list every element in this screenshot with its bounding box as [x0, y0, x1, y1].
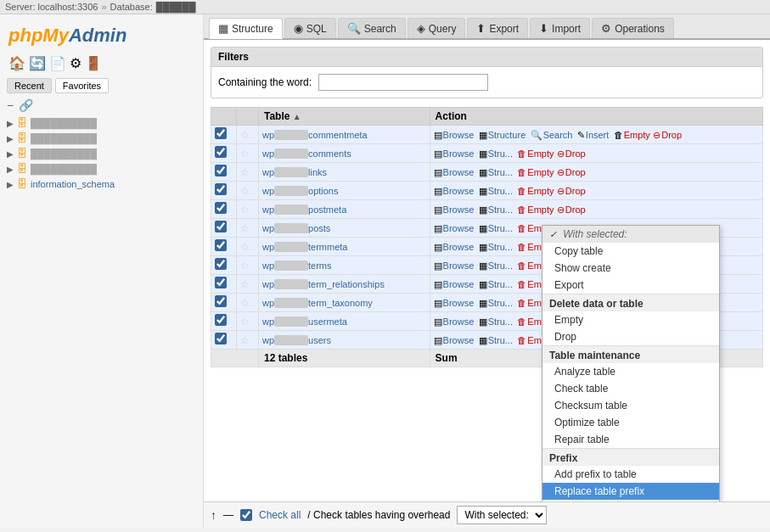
menu-export[interactable]: Export: [542, 277, 719, 294]
menu-add-prefix[interactable]: Add prefix to table: [542, 466, 719, 483]
tab-search[interactable]: 🔍 Search: [338, 18, 406, 38]
tab-favorites[interactable]: Favorites: [55, 78, 109, 93]
home-icon[interactable]: 🏠: [8, 55, 25, 71]
star-icon-3[interactable]: ☆: [240, 166, 250, 178]
db-item-1[interactable]: ▶ 🗄 ██████████: [0, 115, 203, 131]
db-item-5[interactable]: ▶ 🗄 information_schema: [0, 176, 203, 192]
row-checkbox-12[interactable]: [215, 333, 227, 344]
check-all-checkbox[interactable]: [240, 509, 252, 521]
row-checkbox-9[interactable]: [215, 277, 227, 288]
insert-link-1[interactable]: Insert: [586, 130, 610, 140]
star-icon-6[interactable]: ☆: [240, 222, 250, 234]
menu-check[interactable]: Check table: [542, 380, 719, 397]
with-selected-dropdown[interactable]: With selected:: [457, 506, 547, 524]
structure-link-10[interactable]: Stru...: [488, 298, 513, 308]
menu-copy-table[interactable]: Copy table: [542, 243, 719, 260]
drop-link-3[interactable]: Drop: [565, 167, 586, 177]
table-name-7[interactable]: wp███termmeta: [262, 242, 348, 252]
browse-link-10[interactable]: Browse: [443, 298, 475, 308]
table-name-12[interactable]: wp███users: [262, 335, 331, 345]
star-icon-1[interactable]: ☆: [240, 129, 250, 141]
table-name-5[interactable]: wp███postmeta: [262, 204, 346, 215]
star-icon-11[interactable]: ☆: [240, 316, 250, 328]
row-checkbox-10[interactable]: [215, 295, 227, 307]
star-icon-8[interactable]: ☆: [240, 260, 250, 272]
browse-link-4[interactable]: Browse: [443, 186, 475, 196]
doc-icon[interactable]: 📄: [49, 55, 66, 71]
tab-operations[interactable]: ⚙ Operations: [592, 18, 674, 38]
db-item-2[interactable]: ▶ 🗄 ██████████: [0, 131, 203, 146]
star-icon-7[interactable]: ☆: [240, 241, 250, 253]
drop-link-4[interactable]: Drop: [565, 186, 586, 196]
row-checkbox-6[interactable]: [215, 221, 227, 232]
drop-link-5[interactable]: Drop: [565, 204, 586, 215]
table-name-1[interactable]: wp███commentmeta: [262, 130, 368, 140]
browse-link-7[interactable]: Browse: [443, 242, 475, 252]
browse-link-6[interactable]: Browse: [443, 223, 475, 233]
structure-link-1[interactable]: Structure: [488, 130, 526, 140]
check-all-link[interactable]: Check all: [259, 509, 301, 521]
row-checkbox-5[interactable]: [215, 202, 227, 214]
star-icon-12[interactable]: ☆: [240, 334, 250, 346]
db-item-3[interactable]: ▶ 🗄 ██████████: [0, 146, 203, 161]
logout-icon[interactable]: 🚪: [85, 55, 102, 71]
star-icon-10[interactable]: ☆: [240, 297, 250, 309]
table-name-6[interactable]: wp███posts: [262, 223, 330, 233]
link-icon[interactable]: 🔗: [19, 98, 33, 112]
row-checkbox-1[interactable]: [215, 127, 227, 139]
db-item-4[interactable]: ▶ 🗄 ██████████: [0, 161, 203, 176]
tab-recent[interactable]: Recent: [7, 78, 52, 93]
browse-link-5[interactable]: Browse: [443, 204, 475, 215]
structure-link-3[interactable]: Stru...: [488, 167, 513, 177]
row-checkbox-7[interactable]: [215, 239, 227, 251]
drop-link-1[interactable]: Drop: [661, 130, 682, 140]
menu-replace-prefix[interactable]: Replace table prefix: [542, 483, 719, 500]
table-name-2[interactable]: wp███comments: [262, 148, 351, 159]
empty-link-4[interactable]: Empty: [527, 186, 554, 196]
empty-link-5[interactable]: Empty: [527, 204, 554, 215]
th-table[interactable]: Table ▲: [258, 108, 430, 126]
row-checkbox-4[interactable]: [215, 183, 227, 195]
row-checkbox-2[interactable]: [215, 146, 227, 158]
settings-icon[interactable]: ⚙: [70, 55, 81, 71]
row-checkbox-11[interactable]: [215, 314, 227, 326]
browse-link-8[interactable]: Browse: [443, 260, 475, 271]
menu-optimize[interactable]: Optimize table: [542, 414, 719, 431]
structure-link-2[interactable]: Stru...: [488, 148, 513, 159]
row-checkbox-3[interactable]: [215, 165, 227, 176]
table-name-10[interactable]: wp███term_taxonomy: [262, 298, 373, 308]
browse-link-2[interactable]: Browse: [443, 148, 475, 159]
star-icon-2[interactable]: ☆: [240, 148, 250, 160]
table-name-4[interactable]: wp███options: [262, 186, 339, 196]
browse-link-11[interactable]: Browse: [443, 316, 475, 327]
structure-link-8[interactable]: Stru...: [488, 260, 513, 271]
table-name-11[interactable]: wp███usermeta: [262, 316, 347, 327]
structure-link-7[interactable]: Stru...: [488, 242, 513, 252]
tab-query[interactable]: ◈ Query: [407, 18, 466, 38]
search-link-1[interactable]: Search: [543, 130, 573, 140]
tab-export[interactable]: ⬆ Export: [467, 18, 528, 38]
drop-link-2[interactable]: Drop: [565, 148, 586, 159]
tab-structure[interactable]: ▦ Structure: [209, 18, 283, 39]
menu-empty[interactable]: Empty: [542, 311, 719, 328]
structure-link-4[interactable]: Stru...: [488, 186, 513, 196]
empty-link-3[interactable]: Empty: [527, 167, 554, 177]
browse-link-3[interactable]: Browse: [443, 167, 475, 177]
structure-link-11[interactable]: Stru...: [488, 316, 513, 327]
structure-link-9[interactable]: Stru...: [488, 279, 513, 289]
menu-drop[interactable]: Drop: [542, 328, 719, 345]
menu-repair[interactable]: Repair table: [542, 431, 719, 448]
star-icon-5[interactable]: ☆: [240, 204, 250, 216]
table-name-3[interactable]: wp███links: [262, 167, 327, 177]
menu-analyze[interactable]: Analyze table: [542, 363, 719, 380]
menu-checksum[interactable]: Checksum table: [542, 397, 719, 414]
empty-link-2[interactable]: Empty: [527, 148, 554, 159]
table-name-8[interactable]: wp███terms: [262, 260, 332, 271]
empty-link-1[interactable]: Empty: [624, 130, 650, 140]
browse-link-9[interactable]: Browse: [443, 279, 475, 289]
tab-sql[interactable]: ◉ SQL: [284, 18, 336, 38]
star-icon-4[interactable]: ☆: [240, 185, 250, 197]
collapse-icon[interactable]: −: [7, 98, 14, 112]
filters-input[interactable]: [318, 74, 488, 91]
structure-link-5[interactable]: Stru...: [488, 204, 513, 215]
